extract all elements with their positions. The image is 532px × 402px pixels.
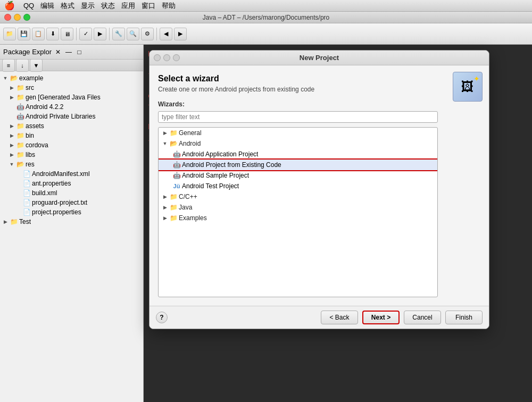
toolbar-btn-12[interactable]: ▶	[174, 28, 187, 40]
folder-icon-android: 📂	[169, 139, 178, 148]
tree-item-private-libs[interactable]: 🤖 Android Private Libraries	[0, 112, 143, 121]
toolbar: 📁 💾 📋 ⬇ 🖥 ✓ ▶ 🔧 🔍 ⚙ ◀ ▶	[0, 23, 532, 45]
toolbar-btn-5[interactable]: 🖥	[61, 28, 73, 40]
expand-arrow-buildxml	[15, 190, 21, 196]
tree-item-src[interactable]: ▶ 📁 src	[0, 83, 143, 93]
folder-icon-cordova: 📁	[16, 141, 24, 149]
dialog-footer: ? < Back Next > Cancel Finish	[149, 306, 489, 329]
wizard-item-general[interactable]: ▶ 📁 General	[159, 128, 437, 138]
toolbar-btn-7[interactable]: ▶	[94, 28, 106, 40]
tree-item-res[interactable]: ▼ 📂 res	[0, 160, 143, 169]
sidebar-toolbar: ≡ ↓ ▼	[0, 60, 143, 71]
apple-menu[interactable]: 🍎	[4, 1, 15, 11]
wizard-item-examples[interactable]: ▶ 📁 Examples	[159, 213, 437, 223]
arrow-android: ▼	[162, 140, 168, 147]
sidebar-close-icon[interactable]: ✕	[54, 48, 62, 56]
finish-button[interactable]: Finish	[445, 311, 483, 324]
label-cpp: C/C++	[179, 193, 197, 200]
menu-window[interactable]: 窗口	[142, 1, 155, 11]
tree-item-buildxml[interactable]: 📄 build.xml	[0, 188, 143, 198]
wizards-label: Wizards:	[158, 100, 438, 108]
dialog-wizard-icon-area: 🖼 ✦	[446, 65, 489, 306]
folder-icon-gen: 📁	[16, 93, 24, 102]
menu-view[interactable]: 显示	[81, 1, 95, 11]
wizard-item-android-test-project[interactable]: Jü Android Test Project	[159, 181, 437, 191]
folder-icon-test: 📁	[10, 217, 18, 226]
toolbar-btn-4[interactable]: ⬇	[46, 28, 59, 40]
help-button[interactable]: ?	[156, 312, 168, 323]
wizard-item-android-app-project[interactable]: 🤖 Android Application Project	[159, 149, 437, 160]
close-button[interactable]	[4, 14, 11, 21]
tree-item-libs[interactable]: ▶ 📁 libs	[0, 150, 143, 160]
toolbar-btn-11[interactable]: ◀	[160, 28, 172, 40]
folder-icon-java: 📁	[169, 203, 178, 212]
wizard-list: ▶ 📁 General ▼ 📂 Android	[158, 127, 438, 297]
folder-icon-bin: 📁	[16, 131, 24, 140]
menu-status[interactable]: 状态	[101, 1, 115, 11]
tree-item-example[interactable]: ▼ 📂 example	[0, 73, 143, 83]
tree-item-android422[interactable]: 🤖 Android 4.2.2	[0, 102, 143, 112]
expand-arrow-src: ▶	[9, 85, 15, 91]
menu-help[interactable]: 帮助	[162, 1, 176, 11]
sidebar-toolbar-btn-2[interactable]: ↓	[16, 59, 29, 72]
dialog-max-btn[interactable]	[173, 54, 180, 61]
dialog-heading: Select a wizard	[158, 74, 438, 83]
dialog-body: Select a wizard Create one or more Andro…	[149, 65, 489, 306]
tree-item-manifest[interactable]: 📄 AndroidManifest.xml	[0, 169, 143, 179]
tree-label-manifest: AndroidManifest.xml	[32, 170, 90, 178]
menu-edit[interactable]: 编辑	[40, 1, 54, 11]
tree-item-test[interactable]: ▶ 📁 Test	[0, 217, 143, 227]
minimize-button[interactable]	[14, 14, 21, 21]
arrow-cpp: ▶	[162, 194, 168, 200]
wizard-sparkle-icon: ✦	[473, 74, 480, 83]
wizard-item-android-existing-code[interactable]: 🤖 Android Project from Existing Code	[159, 160, 437, 170]
menu-format[interactable]: 格式	[61, 1, 74, 11]
tree-item-gen[interactable]: ▶ 📁 gen [Generated Java Files	[0, 93, 143, 102]
titlebar: Java – ADT – /Users/marong/Documents/pro	[0, 12, 532, 23]
back-button[interactable]: < Back	[321, 311, 358, 324]
window-controls	[4, 14, 30, 21]
toolbar-btn-8[interactable]: 🔧	[112, 28, 125, 40]
menu-app[interactable]: 应用	[121, 1, 135, 11]
wizard-item-cpp[interactable]: ▶ 📁 C/C++	[159, 191, 437, 202]
tree-item-proguard[interactable]: 📄 proguard-project.txt	[0, 198, 143, 207]
cancel-button[interactable]: Cancel	[404, 311, 441, 324]
tree-label-buildxml: build.xml	[32, 189, 57, 197]
android-icon-422: 🤖	[16, 103, 24, 111]
label-android-app-project: Android Application Project	[182, 150, 258, 158]
sidebar-toolbar-btn-3[interactable]: ▼	[30, 59, 43, 72]
expand-arrow-proguard	[15, 199, 21, 206]
next-button[interactable]: Next >	[362, 311, 400, 324]
tree-item-antprop[interactable]: 📄 ant.properties	[0, 179, 143, 188]
tree-item-assets[interactable]: ▶ 📁 assets	[0, 121, 143, 131]
wizard-item-android[interactable]: ▼ 📂 Android	[159, 138, 437, 149]
expand-arrow-antprop	[15, 180, 21, 187]
sidebar-minimize-icon[interactable]: —	[64, 48, 73, 56]
toolbar-btn-1[interactable]: 📁	[3, 28, 16, 40]
sidebar-toolbar-btn-1[interactable]: ≡	[2, 59, 15, 72]
toolbar-btn-3[interactable]: 📋	[32, 28, 45, 40]
label-general: General	[179, 129, 202, 137]
xml-icon-manifest: 📄	[22, 170, 31, 178]
toolbar-btn-2[interactable]: 💾	[18, 28, 30, 40]
dialog-close-btn[interactable]	[154, 54, 161, 61]
wizard-item-android-sample-project[interactable]: 🤖 Android Sample Project	[159, 170, 437, 181]
menu-qq[interactable]: QQ	[23, 2, 34, 10]
tree-item-projprop[interactable]: 📄 project.properties	[0, 207, 143, 217]
sidebar-content: ▼ 📂 example ▶ 📁 src ▶ 📁 gen [Generated J…	[0, 71, 143, 402]
tree-label-res: res	[26, 161, 35, 168]
toolbar-btn-6[interactable]: ✓	[79, 28, 92, 40]
tree-item-bin[interactable]: ▶ 📁 bin	[0, 131, 143, 140]
expand-arrow-res: ▼	[9, 161, 15, 168]
folder-icon-examples: 📁	[169, 214, 178, 222]
tree-item-cordova[interactable]: ▶ 📁 cordova	[0, 140, 143, 150]
dialog-min-btn[interactable]	[163, 54, 170, 61]
filter-input[interactable]	[158, 111, 438, 123]
sidebar-title: Package Explor	[3, 48, 52, 56]
maximize-button[interactable]	[23, 14, 30, 21]
dialog-titlebar: New Project	[149, 51, 489, 65]
sidebar-maximize-icon[interactable]: □	[75, 48, 84, 56]
toolbar-btn-9[interactable]: 🔍	[127, 28, 139, 40]
toolbar-btn-10[interactable]: ⚙	[141, 28, 154, 40]
wizard-item-java[interactable]: ▶ 📁 Java	[159, 202, 437, 213]
